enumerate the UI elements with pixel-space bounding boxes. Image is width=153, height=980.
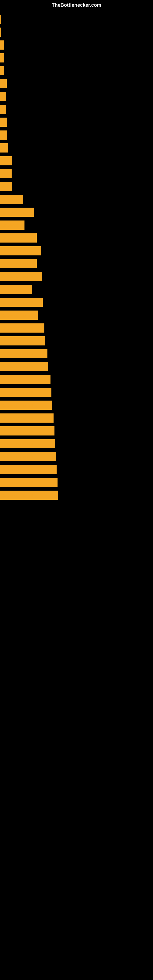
bar-label: Bottl [1, 185, 10, 189]
bar-fill: E [0, 40, 4, 49]
bar-fill: Bo [0, 118, 7, 127]
bar-label: Bottleneck resu [1, 313, 31, 318]
bar-fill: Bottleneck result [0, 426, 54, 436]
bar-row: B [0, 103, 153, 115]
bar-label: Bottleneck result [1, 493, 33, 498]
bar-fill: Bottleneck result [0, 375, 51, 384]
bar-fill: E [0, 66, 4, 75]
bar-row: Bo [0, 142, 153, 154]
bar-label: B [1, 107, 4, 112]
bar-label: Bottleneck result [1, 480, 33, 485]
bar-row: Bottleneck result [0, 489, 153, 501]
bar-fill: Bottleneck result [0, 362, 48, 371]
bar-row: Bottleneck resu [0, 232, 153, 244]
bar-label: Bottleneck res [1, 210, 29, 215]
bar-label: E [1, 43, 4, 48]
bar-fill: Bottleneck res [0, 208, 33, 217]
bar-label: Bottl [1, 159, 10, 163]
bar-label: Bottleneck result [1, 442, 33, 446]
bar-label: B [1, 94, 4, 99]
bar-fill: Bo [0, 130, 7, 140]
bar-label: Bottleneck re [1, 287, 26, 292]
bar-label: Bottleneck result [1, 326, 33, 331]
bar-fill: Bottlenec [0, 195, 23, 204]
bar-row: Bottleneck result [0, 322, 153, 334]
bar-row [0, 13, 153, 25]
bar-fill: Bottleneck result [0, 388, 51, 397]
bar-label: Bo [1, 81, 6, 86]
bar-row: B [0, 52, 153, 64]
bar-fill: Bottleneck result [0, 465, 57, 474]
bar-fill: Bottl [0, 156, 12, 165]
bar-fill: Bo [0, 79, 7, 88]
bar-fill: B [0, 92, 6, 101]
bars-container: EBEBoBBBoBoBoBottlBottBottlBottlenecBott… [0, 10, 153, 505]
bar-row: Bottleneck result [0, 399, 153, 411]
bar-fill: Bott [0, 169, 12, 178]
bar-row: Bo [0, 78, 153, 89]
bar-fill: Bottleneck result [0, 272, 42, 281]
bar-label: Bo [1, 133, 6, 137]
bar-label: Bottleneck resu [1, 236, 31, 240]
bar-row: Bottleneck [0, 219, 153, 231]
bar-row: B [0, 91, 153, 102]
bar-row: Bottleneck result [0, 335, 153, 347]
bar-row: Bottl [0, 155, 153, 167]
bar-row: Bottlenec [0, 194, 153, 205]
bar-label: Bottleneck [1, 223, 21, 228]
bar-fill: Bottleneck result [0, 298, 43, 307]
bar-row: Bottleneck resu [0, 309, 153, 321]
bar-fill [0, 15, 1, 24]
bar-row: Bottleneck result [0, 348, 153, 360]
bar-label: Bottleneck result [1, 416, 33, 420]
bar-label: Bottleneck resu [1, 261, 31, 266]
bar-row: Bottleneck result [0, 387, 153, 398]
bar-label: B [1, 56, 4, 60]
bar-row: E [0, 39, 153, 51]
bar-row: Bottleneck result [0, 245, 153, 257]
bar-row: Bott [0, 168, 153, 180]
bar-row: Bottleneck resu [0, 258, 153, 269]
bar-label: Bottleneck result [1, 390, 33, 395]
bar-label: Bottleneck result [1, 403, 33, 407]
bar-fill [0, 27, 1, 37]
bar-label: Bottleneck result [1, 364, 33, 369]
bar-label: Bottleneck result [1, 339, 33, 343]
bar-label: Bo [1, 120, 6, 125]
bar-fill: Bottleneck result [0, 414, 54, 423]
bar-fill: B [0, 105, 6, 114]
bar-row: Bottleneck result [0, 296, 153, 308]
bar-label: Bottlenec [1, 197, 19, 202]
bar-label: Bottleneck result [1, 352, 33, 356]
bar-row: E [0, 65, 153, 76]
bar-fill: Bottleneck re [0, 285, 32, 294]
bar-label: Bottleneck result [1, 249, 33, 253]
bar-fill: Bottleneck result [0, 491, 58, 500]
bar-fill: Bottleneck result [0, 336, 45, 345]
bar-fill: Bottleneck result [0, 323, 45, 332]
bar-fill: Bottleneck resu [0, 310, 38, 320]
bar-row: Bo [0, 116, 153, 128]
bar-fill: Bottleneck result [0, 452, 56, 461]
bar-row: Bottleneck result [0, 271, 153, 282]
bar-fill: Bottleneck resu [0, 233, 37, 243]
bar-row [0, 26, 153, 38]
bar-label: Bottleneck result [1, 274, 33, 279]
site-title: TheBottlenecker.com [0, 0, 153, 10]
bar-label: Bottleneck result [1, 300, 33, 305]
bar-label: Bo [1, 146, 6, 150]
bar-fill: Bottleneck result [0, 246, 41, 255]
bar-row: Bottleneck res [0, 207, 153, 218]
bar-label: Bottleneck result [1, 429, 33, 433]
bar-label: Bottleneck result [1, 455, 33, 459]
bar-fill: Bo [0, 143, 8, 153]
bar-row: Bottleneck result [0, 477, 153, 488]
bar-fill: Bottleneck result [0, 439, 55, 449]
bar-fill: Bottleneck result [0, 349, 48, 358]
bar-row: Bottleneck result [0, 451, 153, 463]
bar-row: Bottl [0, 181, 153, 192]
bar-label: Bottleneck result [1, 377, 33, 382]
bar-fill: Bottleneck result [0, 478, 57, 487]
bar-row: Bottleneck result [0, 361, 153, 372]
bar-fill: Bottleneck result [0, 401, 52, 410]
